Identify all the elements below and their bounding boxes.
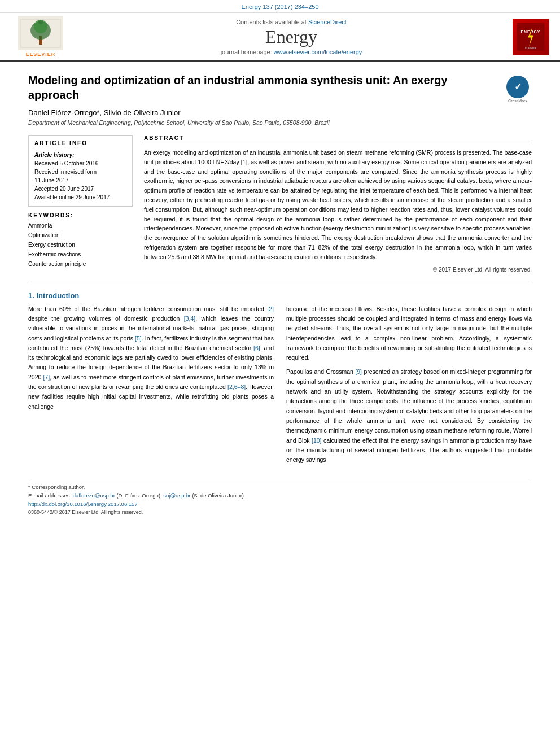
energy-logo-box: ENERGY ELSEVIER	[513, 19, 549, 55]
abstract-section: ABSTRACT An exergy modeling and optimiza…	[144, 135, 532, 273]
keyword-3: Exergy destruction	[28, 240, 133, 250]
email1-name: (D. Flórez-Orrego),	[116, 492, 161, 499]
page-wrapper: Energy 137 (2017) 234–250 ELSEVIER Cont	[0, 0, 560, 528]
article-title-section: Modeling and optimization of an industri…	[28, 73, 532, 103]
authors-text: Daniel Flórez-Orrego*, Silvio de Oliveir…	[28, 108, 181, 117]
intro-left-col: More than 60% of the Brazilian nitrogen …	[28, 304, 274, 470]
homepage-prefix: journal homepage:	[221, 49, 274, 55]
email-line: E-mail addresses: daflorezo@usp.br (D. F…	[28, 491, 532, 500]
history-label: Article history:	[34, 152, 126, 158]
revised-label: Received in revised form	[34, 168, 126, 176]
article-info-abstract: ARTICLE INFO Article history: Received 5…	[28, 135, 532, 273]
revised-date: 11 June 2017	[34, 176, 126, 185]
crossmark-svg: ✓	[508, 77, 528, 97]
article-info-box: ARTICLE INFO Article history: Received 5…	[28, 135, 133, 207]
keyword-2: Optimization	[28, 230, 133, 240]
right-col: ABSTRACT An exergy modeling and optimiza…	[144, 135, 532, 273]
crossmark-icon: ✓	[506, 76, 529, 98]
issn-line: 0360-5442/© 2017 Elsevier Ltd. All right…	[28, 508, 532, 516]
crossmark-label: CrossMark	[506, 99, 529, 103]
elsevier-logo-image	[18, 16, 63, 50]
journal-header: ELSEVIER Contents lists available at Sci…	[0, 13, 560, 62]
article-content: Modeling and optimization of an industri…	[0, 62, 560, 528]
intro-para-2: because of the increased flows. Besides,…	[286, 304, 532, 363]
abstract-text: An exergy modeling and optimization of a…	[144, 148, 532, 262]
intro-para-1: More than 60% of the Brazilian nitrogen …	[28, 304, 274, 412]
accepted-line: Accepted 20 June 2017	[34, 185, 126, 193]
ref-5[interactable]: [5]	[135, 335, 142, 342]
journal-title: Energy	[80, 27, 502, 47]
affiliation: Department of Mechanical Engineering, Po…	[28, 119, 532, 126]
svg-text:✓: ✓	[514, 82, 522, 91]
intro-label: Introduction	[36, 291, 79, 300]
ref-7[interactable]: [7]	[43, 374, 50, 381]
doi-link[interactable]: http://dx.doi.org/10.1016/j.energy.2017.…	[28, 501, 138, 507]
elsevier-logo: ELSEVIER	[7, 16, 75, 57]
intro-right-col: because of the increased flows. Besides,…	[286, 304, 532, 470]
journal-center: Contents lists available at ScienceDirec…	[80, 19, 502, 55]
email-label: E-mail addresses:	[28, 492, 71, 499]
intro-two-col: More than 60% of the Brazilian nitrogen …	[28, 304, 532, 470]
sciencedirect-line: Contents lists available at ScienceDirec…	[80, 19, 502, 25]
doi-line: http://dx.doi.org/10.1016/j.energy.2017.…	[28, 500, 532, 508]
article-title: Modeling and optimization of an industri…	[28, 73, 495, 102]
intro-number: 1.	[28, 291, 34, 300]
contents-text: Contents lists available at	[236, 19, 308, 25]
footnote-area: * Corresponding author. E-mail addresses…	[28, 479, 532, 517]
svg-text:ELSEVIER: ELSEVIER	[525, 47, 536, 50]
available-line: Available online 29 June 2017	[34, 193, 126, 202]
homepage-line: journal homepage: www.elsevier.com/locat…	[80, 49, 502, 55]
keyword-5: Counteraction principle	[28, 259, 133, 269]
keywords-section: Keywords: Ammonia Optimization Exergy de…	[28, 212, 133, 269]
keyword-1: Ammonia	[28, 221, 133, 230]
ref-3-4[interactable]: [3,4]	[184, 315, 195, 322]
ref-10[interactable]: [10]	[312, 437, 322, 444]
email2-name: (S. de Oliveira Junior).	[192, 492, 246, 499]
homepage-link[interactable]: www.elsevier.com/locate/energy	[274, 49, 362, 55]
email2-link[interactable]: soj@usp.br	[163, 492, 190, 499]
ref-6[interactable]: [6]	[253, 344, 260, 351]
corresponding-label: * Corresponding author.	[28, 484, 85, 490]
citation-bar: Energy 137 (2017) 234–250	[0, 0, 560, 13]
keyword-4: Exothermic reactions	[28, 250, 133, 259]
email1-link[interactable]: daflorezo@usp.br	[73, 492, 115, 499]
received-line: Received 5 October 2016	[34, 159, 126, 168]
ref-2[interactable]: [2]	[267, 305, 274, 312]
ref-2-6-8[interactable]: [2,6–8]	[228, 383, 246, 390]
sciencedirect-link[interactable]: ScienceDirect	[308, 19, 347, 25]
article-info-label: ARTICLE INFO	[34, 140, 126, 148]
abstract-label: ABSTRACT	[144, 135, 532, 143]
elsevier-text: ELSEVIER	[26, 51, 56, 57]
copyright-line: © 2017 Elsevier Ltd. All rights reserved…	[144, 267, 532, 273]
svg-point-5	[38, 20, 43, 24]
left-col: ARTICLE INFO Article history: Received 5…	[28, 135, 133, 273]
introduction-section: 1. Introduction More than 60% of the Bra…	[28, 291, 532, 470]
intro-title: 1. Introduction	[28, 291, 532, 300]
section-divider	[28, 282, 532, 282]
authors: Daniel Flórez-Orrego*, Silvio de Oliveir…	[28, 108, 532, 117]
citation-text: Energy 137 (2017) 234–250	[242, 3, 319, 10]
corresponding-author-line: * Corresponding author.	[28, 483, 532, 491]
energy-logo-svg: ENERGY ELSEVIER	[517, 23, 545, 51]
journal-logo-right: ENERGY ELSEVIER	[508, 19, 553, 55]
crossmark-badge: ✓ CrossMark	[504, 76, 532, 103]
ref-9[interactable]: [9]	[355, 368, 362, 375]
issn-text: 0360-5442/© 2017 Elsevier Ltd. All right…	[28, 509, 143, 515]
intro-para-3: Papoulias and Grossman [9] presented an …	[286, 367, 532, 465]
keywords-label: Keywords:	[28, 212, 133, 219]
